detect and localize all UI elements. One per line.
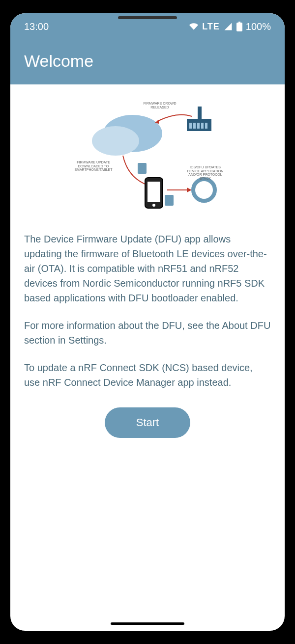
svg-rect-8 [197,123,200,129]
intro-paragraph-1: The Device Firmware Update (DFU) app all… [24,232,271,305]
svg-rect-5 [198,107,202,121]
svg-rect-7 [193,123,196,129]
svg-point-17 [152,204,155,207]
navigation-bar [10,616,285,631]
start-button[interactable]: Start [105,407,190,438]
svg-rect-9 [201,123,204,129]
svg-marker-19 [187,188,192,192]
status-time: 13:00 [24,21,49,32]
intro-paragraph-3: To update a nRF Connect SDK (NCS) based … [24,360,271,390]
diagram-label-left: FIRMWARE UPDATE DOWNLOADED TO SMARTPHONE… [71,161,116,172]
status-right: LTE 100% [189,21,271,32]
diagram-label-right: IOS/DFU UPDATES DEVICE APPLICATION AND/O… [184,165,226,181]
svg-rect-0 [236,23,242,31]
svg-rect-16 [148,182,160,202]
svg-rect-14 [165,195,174,206]
diagram-svg [69,99,226,212]
screen: 13:00 LTE 100% Welcome [10,13,285,631]
svg-point-3 [92,126,139,156]
page-title: Welcome [24,52,271,71]
diagram-label-top: FIRMWARE CROWD RELEASED [138,102,182,109]
network-label: LTE [202,22,220,32]
battery-icon [236,22,242,31]
battery-label: 100% [246,21,271,32]
intro-paragraph-2: For more information about the DFU, see … [24,318,271,348]
content: FIRMWARE CROWD RELEASED FIRMWARE UPDATE … [10,84,285,616]
svg-point-20 [193,179,215,201]
dfu-diagram: FIRMWARE CROWD RELEASED FIRMWARE UPDATE … [69,99,226,212]
svg-rect-1 [238,22,240,23]
svg-rect-6 [189,123,192,129]
app-bar: Welcome [10,40,285,84]
svg-rect-13 [138,163,147,174]
wifi-icon [189,22,199,31]
nav-indicator[interactable] [111,622,184,625]
signal-icon [223,22,233,31]
phone-notch [118,16,177,19]
svg-rect-10 [205,123,207,129]
phone-frame: 13:00 LTE 100% Welcome [5,8,290,636]
